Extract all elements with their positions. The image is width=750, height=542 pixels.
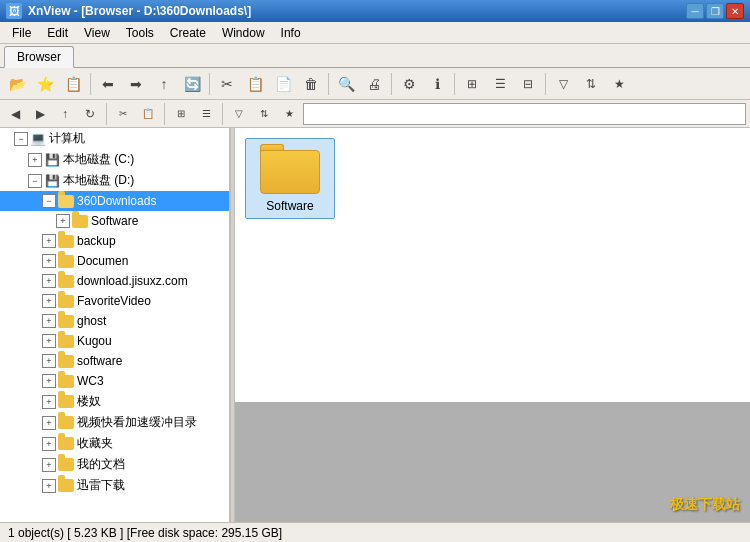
- toolbar-icons-btn[interactable]: ⊞: [459, 71, 485, 97]
- toolbar-sort-btn[interactable]: ⇅: [578, 71, 604, 97]
- nav-refresh-btn[interactable]: ↻: [79, 103, 101, 125]
- tree-expander[interactable]: +: [42, 294, 56, 308]
- toolbar-print-btn[interactable]: 🖨: [361, 71, 387, 97]
- nav-forward-btn[interactable]: ▶: [29, 103, 51, 125]
- menu-edit[interactable]: Edit: [39, 24, 76, 42]
- toolbar-up-btn[interactable]: ↑: [151, 71, 177, 97]
- tree-item[interactable]: +收藏夹: [0, 433, 229, 454]
- tree-item[interactable]: +FavoriteVideo: [0, 291, 229, 311]
- menu-tools[interactable]: Tools: [118, 24, 162, 42]
- title-bar-left: 🖼 XnView - [Browser - D:\360Downloads\]: [6, 3, 251, 19]
- right-panel: Software: [235, 128, 750, 522]
- close-button[interactable]: ✕: [726, 3, 744, 19]
- toolbar-settings-btn[interactable]: ⚙: [396, 71, 422, 97]
- tree-item[interactable]: +software: [0, 351, 229, 371]
- tree-expander[interactable]: +: [56, 214, 70, 228]
- toolbar-refresh-btn[interactable]: 🔄: [179, 71, 205, 97]
- tree-expander[interactable]: +: [42, 416, 56, 430]
- toolbar-cut-btn[interactable]: ✂: [214, 71, 240, 97]
- tree-item[interactable]: +backup: [0, 231, 229, 251]
- nav-copy-btn[interactable]: 📋: [137, 103, 159, 125]
- tree-item[interactable]: +💾本地磁盘 (C:): [0, 149, 229, 170]
- tree-item[interactable]: +我的文档: [0, 454, 229, 475]
- nav-fav-btn[interactable]: ★: [278, 103, 300, 125]
- nav-sep: [106, 103, 107, 125]
- tree-expander[interactable]: −: [42, 194, 56, 208]
- tab-bar: Browser: [0, 44, 750, 68]
- minimize-button[interactable]: ─: [686, 3, 704, 19]
- tree-item[interactable]: −💻计算机: [0, 128, 229, 149]
- toolbar-detail-btn[interactable]: ⊟: [515, 71, 541, 97]
- nav-filter-btn[interactable]: ▽: [228, 103, 250, 125]
- tree-item[interactable]: +迅雷下载: [0, 475, 229, 496]
- tree-item-icon: [58, 373, 74, 389]
- toolbar-fav-btn[interactable]: ⭐: [32, 71, 58, 97]
- tree-expander[interactable]: +: [42, 254, 56, 268]
- tree-item-label: 360Downloads: [77, 194, 156, 208]
- tree-expander[interactable]: +: [42, 334, 56, 348]
- toolbar-delete-btn[interactable]: 🗑: [298, 71, 324, 97]
- toolbar-sep-6: [545, 73, 546, 95]
- tree-item-icon: [58, 394, 74, 410]
- menu-create[interactable]: Create: [162, 24, 214, 42]
- toolbar-open-btn[interactable]: 📂: [4, 71, 30, 97]
- tree-expander[interactable]: +: [42, 395, 56, 409]
- tab-browser[interactable]: Browser: [4, 46, 74, 68]
- toolbar-copy2-btn[interactable]: 📋: [242, 71, 268, 97]
- nav-list-btn[interactable]: ☰: [195, 103, 217, 125]
- folder-icon-large: [260, 144, 320, 194]
- tree-item[interactable]: +ghost: [0, 311, 229, 331]
- tree-expander[interactable]: +: [42, 234, 56, 248]
- tree-item-label: Documen: [77, 254, 128, 268]
- tree-item[interactable]: +Software: [0, 211, 229, 231]
- tree-item[interactable]: −💾本地磁盘 (D:): [0, 170, 229, 191]
- nav-sort-btn[interactable]: ⇅: [253, 103, 275, 125]
- toolbar-back-btn[interactable]: ⬅: [95, 71, 121, 97]
- tree-panel: −💻计算机+💾本地磁盘 (C:)−💾本地磁盘 (D:)−360Downloads…: [0, 128, 230, 522]
- tree-item-icon: [58, 353, 74, 369]
- nav-grid-btn[interactable]: ⊞: [170, 103, 192, 125]
- tree-item[interactable]: +download.jisuxz.com: [0, 271, 229, 291]
- tree-expander[interactable]: +: [42, 274, 56, 288]
- tree-item-icon: [58, 436, 74, 452]
- menu-file[interactable]: File: [4, 24, 39, 42]
- tree-item-icon: [58, 313, 74, 329]
- nav-up-btn[interactable]: ↑: [54, 103, 76, 125]
- tree-expander[interactable]: +: [42, 458, 56, 472]
- toolbar-paste-btn[interactable]: 📄: [270, 71, 296, 97]
- tree-item-icon: [58, 457, 74, 473]
- toolbar-copy-btn[interactable]: 📋: [60, 71, 86, 97]
- tree-expander[interactable]: +: [42, 354, 56, 368]
- tree-item-icon: [58, 273, 74, 289]
- address-input[interactable]: D:\360Downloads\: [303, 103, 746, 125]
- restore-button[interactable]: ❐: [706, 3, 724, 19]
- tree-item[interactable]: +视频快看加速缓冲目录: [0, 412, 229, 433]
- menu-view[interactable]: View: [76, 24, 118, 42]
- tree-item[interactable]: −360Downloads: [0, 191, 229, 211]
- toolbar-sep-5: [454, 73, 455, 95]
- toolbar-filter-btn[interactable]: ▽: [550, 71, 576, 97]
- tree-expander[interactable]: +: [42, 314, 56, 328]
- toolbar-list-btn[interactable]: ☰: [487, 71, 513, 97]
- tree-item[interactable]: +WC3: [0, 371, 229, 391]
- tree-expander[interactable]: +: [42, 479, 56, 493]
- toolbar-star2-btn[interactable]: ★: [606, 71, 632, 97]
- file-item[interactable]: Software: [245, 138, 335, 219]
- toolbar-fwd-btn[interactable]: ➡: [123, 71, 149, 97]
- tree-item-icon: 💾: [44, 152, 60, 168]
- tree-expander[interactable]: +: [28, 153, 42, 167]
- toolbar-info-btn[interactable]: ℹ: [424, 71, 450, 97]
- nav-cut-btn[interactable]: ✂: [112, 103, 134, 125]
- menu-info[interactable]: Info: [273, 24, 309, 42]
- tree-expander[interactable]: −: [28, 174, 42, 188]
- tree-item[interactable]: +楼奴: [0, 391, 229, 412]
- tree-expander[interactable]: −: [14, 132, 28, 146]
- tree-item-label: software: [77, 354, 122, 368]
- menu-window[interactable]: Window: [214, 24, 273, 42]
- nav-back-btn[interactable]: ◀: [4, 103, 26, 125]
- tree-item[interactable]: +Kugou: [0, 331, 229, 351]
- tree-expander[interactable]: +: [42, 374, 56, 388]
- tree-expander[interactable]: +: [42, 437, 56, 451]
- tree-item[interactable]: +Documen: [0, 251, 229, 271]
- toolbar-search-btn[interactable]: 🔍: [333, 71, 359, 97]
